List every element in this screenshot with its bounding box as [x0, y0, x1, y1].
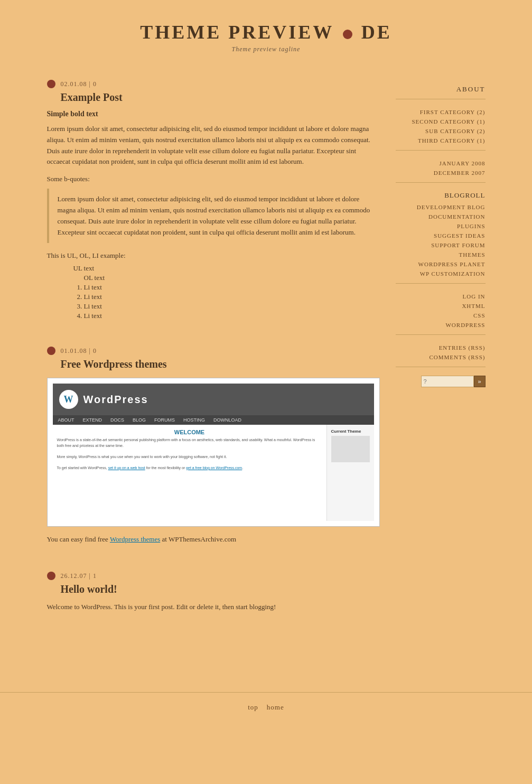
sidebar-archive-item: JANUARY 2008 — [396, 159, 486, 167]
post-content-3: Welcome to WordPress. This is your first… — [47, 602, 380, 613]
post-meta-3: 26.12.07 | 1 — [47, 572, 380, 580]
cat-second[interactable]: SECOND CATEGORY (1) — [412, 118, 486, 125]
blogroll-themes[interactable]: THEMES — [459, 251, 486, 258]
sidebar-blogroll-title: BLOGROLL — [396, 191, 486, 200]
search-input[interactable] — [421, 376, 474, 387]
footer-home-link[interactable]: home — [267, 703, 284, 712]
blogroll-custom[interactable]: WP CUSTOMIZATION — [420, 270, 486, 277]
list-item: Li text — [84, 293, 380, 301]
archive-jan[interactable]: JANUARY 2008 — [439, 160, 485, 166]
page-footer: top home — [0, 692, 532, 722]
sidebar-cat-item: THIRD CATEGORY (1) — [396, 136, 486, 145]
post-footer-text: You can easy find free Wordpress themes … — [47, 534, 380, 545]
wp-nav-about: ABOUT — [58, 417, 74, 423]
blogroll-docs[interactable]: DOCUMENTATION — [428, 213, 485, 220]
list-section: UL text OL text Li text Li text Li text … — [73, 264, 380, 320]
feed-entries[interactable]: ENTRIES (RSS) — [439, 344, 486, 351]
wp-content-left: WELCOME WordPress is a state-of-the-art … — [53, 425, 326, 521]
wp-screenshot: W WordPress ABOUT EXTEND DOCS BLOG FORUM… — [47, 378, 380, 527]
sidebar-meta: LOG IN XHTML CSS WORDPRESS — [396, 292, 486, 335]
sidebar-divider — [396, 99, 486, 99]
list-item: Li text — [84, 312, 380, 320]
sidebar-divider-6 — [396, 367, 486, 367]
sidebar-blogroll-item: PLUGINS — [396, 222, 486, 230]
sidebar-about: ABOUT — [396, 85, 486, 99]
feed-comments[interactable]: COMMENTS (RSS) — [430, 354, 486, 360]
list-label: This is UL, OL, LI example: — [47, 251, 380, 260]
wp-screenshot-inner: W WordPress ABOUT EXTEND DOCS BLOG FORUM… — [53, 384, 374, 521]
sidebar-feeds-list: ENTRIES (RSS) COMMENTS (RSS) — [396, 343, 486, 361]
search-box: » — [396, 376, 486, 387]
title-part2: DE — [361, 22, 392, 43]
sidebar-meta-item: WORDPRESS — [396, 321, 486, 329]
sidebar-categories: FIRST CATEGORY (2) SECOND CATEGORY (1) S… — [396, 108, 486, 151]
ol-item: OL text — [84, 274, 380, 282]
sidebar-feed-item: COMMENTS (RSS) — [396, 353, 486, 361]
sidebar-archives-list: JANUARY 2008 DECEMBER 2007 — [396, 159, 486, 177]
sidebar-blogroll-item: SUGGEST IDEAS — [396, 231, 486, 240]
meta-css[interactable]: CSS — [473, 312, 486, 319]
wp-theme-label: Current Theme — [331, 429, 370, 434]
sidebar-blogroll-item: DEVELOPMENT BLOG — [396, 203, 486, 211]
bquotes-label: Some b-quotes: — [47, 175, 380, 183]
post-body-3: Welcome to WordPress. This is your first… — [47, 602, 380, 613]
sidebar: ABOUT FIRST CATEGORY (2) SECOND CATEGORY… — [396, 80, 486, 639]
sidebar-blogroll-item: WORDPRESS PLANET — [396, 260, 486, 268]
blogroll-support[interactable]: SUPPORT FORUM — [431, 242, 485, 248]
wp-welcome: WELCOME — [57, 429, 322, 435]
blogroll-dev[interactable]: DEVELOPMENT BLOG — [417, 204, 486, 210]
page-wrapper: 02.01.08 | 0 Example Post Simple bold te… — [36, 69, 496, 671]
wp-theme-box — [331, 436, 370, 462]
sidebar-search: » — [396, 376, 486, 387]
cat-third[interactable]: THIRD CATEGORY (1) — [418, 137, 486, 144]
li-list: Li text Li text Li text Li text — [84, 283, 380, 320]
search-button[interactable]: » — [474, 376, 486, 387]
wp-content-right: Current Theme — [326, 425, 374, 521]
footer-top-link[interactable]: top — [248, 703, 258, 712]
sidebar-meta-item: CSS — [396, 311, 486, 320]
list-item: Li text — [84, 302, 380, 311]
site-title: THEME PREVIEW DE — [11, 21, 521, 43]
sidebar-divider-3 — [396, 182, 486, 183]
sidebar-divider-5 — [396, 334, 486, 335]
sidebar-archive-item: DECEMBER 2007 — [396, 169, 486, 177]
sidebar-blogroll-item: DOCUMENTATION — [396, 212, 486, 221]
post-meta-2: 01.01.08 | 0 — [47, 347, 380, 355]
wp-text-lines: WordPress is a state-of-the-art semantic… — [57, 437, 322, 471]
blogroll-suggest[interactable]: SUGGEST IDEAS — [434, 232, 485, 239]
cat-first[interactable]: FIRST CATEGORY (2) — [420, 109, 486, 115]
wp-nav-blog: BLOG — [133, 417, 146, 423]
footer-text-post: at WPThemesArchive.com — [160, 535, 236, 543]
wordpress-themes-link[interactable]: Wordpress themes — [110, 535, 160, 543]
post-body: Lorem ipsum dolor sit amet, consectetur … — [47, 124, 380, 167]
post-date-3: 26.12.07 | 1 — [61, 572, 97, 580]
post-example: 02.01.08 | 0 Example Post Simple bold te… — [47, 80, 380, 320]
meta-login[interactable]: LOG IN — [463, 293, 486, 300]
cat-sub[interactable]: SUB CATEGORY (2) — [425, 128, 485, 134]
sidebar-blogroll-item: SUPPORT FORUM — [396, 241, 486, 249]
main-content: 02.01.08 | 0 Example Post Simple bold te… — [47, 80, 380, 639]
wp-content-area: WELCOME WordPress is a state-of-the-art … — [53, 425, 374, 521]
post-bullet-3 — [47, 572, 55, 580]
sidebar-about-title: ABOUT — [396, 85, 486, 94]
ul-item: UL text — [73, 264, 380, 273]
wp-nav-download: DOWNLOAD — [213, 417, 241, 423]
post-wordpress: 01.01.08 | 0 Free Wordpress themes W Wor… — [47, 347, 380, 545]
post-title-3[interactable]: Hello world! — [61, 583, 380, 595]
blogroll-planet[interactable]: WORDPRESS PLANET — [418, 261, 486, 267]
post-bullet — [47, 80, 55, 88]
sidebar-blogroll-item: WP CUSTOMIZATION — [396, 269, 486, 278]
sidebar-meta-item: LOG IN — [396, 292, 486, 301]
sidebar-cat-item: FIRST CATEGORY (2) — [396, 108, 486, 116]
sidebar-divider-4 — [396, 283, 486, 284]
meta-xhtml[interactable]: XHTML — [462, 303, 485, 309]
meta-wordpress[interactable]: WORDPRESS — [445, 322, 485, 328]
blockquote: Lorem ipsum dolor sit amet, consectetur … — [47, 189, 380, 243]
wp-nav-forums: FORUMS — [154, 417, 175, 423]
post-title[interactable]: Example Post — [61, 91, 380, 104]
post-title-2[interactable]: Free Wordpress themes — [61, 358, 380, 370]
site-header: THEME PREVIEW DE Theme preview tagline — [0, 0, 532, 69]
archive-dec[interactable]: DECEMBER 2007 — [434, 170, 486, 176]
blogroll-plugins[interactable]: PLUGINS — [457, 223, 485, 229]
wp-logo-circle: W — [59, 390, 78, 409]
